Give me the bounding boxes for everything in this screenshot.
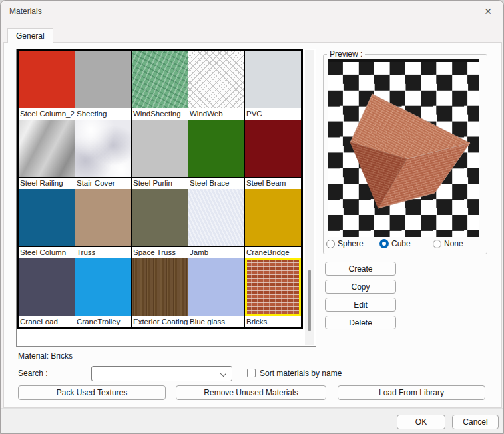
search-input[interactable] [95, 367, 214, 380]
material-name: CraneTrolley [75, 316, 131, 327]
material-cell[interactable]: Steel Column_2 [19, 51, 75, 120]
delete-button[interactable]: Delete [325, 316, 396, 329]
preview-groupbox: Preview : [323, 54, 487, 254]
material-cell[interactable]: Steel Brace [188, 120, 245, 189]
radio-label: Sphere [338, 239, 364, 248]
create-button[interactable]: Create [325, 262, 396, 276]
material-name: Blue glass [188, 316, 244, 327]
preview-cube-render [328, 59, 479, 237]
material-cell[interactable]: Space Truss [132, 189, 188, 258]
material-swatch [132, 189, 188, 246]
material-cell[interactable]: Steel Beam [245, 120, 302, 189]
edit-button[interactable]: Edit [325, 298, 396, 312]
material-swatch [19, 258, 75, 316]
materials-dialog: Materials ✕ General Steel Column_2Sheeti… [0, 0, 504, 434]
materials-scrollbar[interactable] [305, 50, 314, 345]
material-name: Steel Column [19, 246, 75, 258]
tab-general[interactable]: General [7, 28, 53, 43]
material-name: Jamb [188, 246, 244, 258]
scrollbar-thumb[interactable] [308, 270, 311, 331]
material-cell[interactable]: Steel Purlin [132, 120, 188, 189]
material-cell[interactable]: PVC [245, 51, 302, 120]
material-swatch [75, 258, 131, 316]
radio-label: None [444, 239, 463, 248]
material-swatch [188, 51, 244, 108]
material-swatch [19, 189, 75, 246]
material-swatch [245, 258, 301, 316]
radio-icon[interactable] [379, 239, 389, 248]
remove-unused-materials-button[interactable]: Remove Unused Materials [176, 385, 326, 400]
material-name: Steel Railing [19, 177, 75, 189]
material-swatch [132, 258, 188, 316]
tab-label: General [16, 31, 45, 41]
material-swatch [188, 189, 244, 246]
search-combobox[interactable] [91, 366, 232, 381]
material-cell[interactable]: Sheeting [75, 51, 132, 120]
material-cell[interactable]: Blue glass [188, 258, 245, 327]
material-cell[interactable]: Steel Column [19, 189, 75, 258]
material-swatch [75, 189, 131, 246]
material-swatch [19, 51, 75, 108]
radio-label: Cube [391, 239, 411, 248]
sort-checkbox[interactable] [247, 369, 256, 377]
footer-bar: OK Cancel [1, 408, 503, 434]
pack-used-textures-button[interactable]: Pack Used Textures [18, 385, 166, 400]
material-swatch [132, 51, 188, 108]
material-name: PVC [245, 108, 301, 120]
material-name: Truss [75, 246, 131, 258]
material-cell[interactable]: Steel Railing [19, 120, 75, 189]
radio-icon[interactable] [326, 240, 335, 248]
material-cell[interactable]: Stair Cover [75, 120, 132, 189]
search-label: Search : [18, 369, 48, 378]
tab-page-general: Steel Column_2SheetingWindSheetingWindWe… [3, 42, 502, 408]
sort-checkbox-label: Sort materials by name [260, 369, 342, 378]
material-swatch [132, 120, 188, 177]
material-name: WindSheeting [132, 108, 188, 120]
selected-material-label: Material: Bricks [18, 351, 73, 361]
material-name: CraneLoad [19, 316, 75, 327]
preview-mode-sphere[interactable]: Sphere [326, 239, 379, 248]
material-swatch [245, 120, 301, 177]
material-cell[interactable]: Truss [75, 189, 132, 258]
material-cell[interactable]: Bricks [245, 258, 302, 327]
titlebar: Materials ✕ [1, 1, 503, 22]
preview-mode-cube[interactable]: Cube [379, 239, 433, 248]
preview-label: Preview : [327, 49, 365, 59]
preview-canvas [328, 59, 479, 237]
material-swatch [75, 51, 131, 108]
material-cell[interactable]: CraneBridge [245, 189, 302, 258]
material-name: Exterior Coating [132, 316, 188, 327]
ok-button[interactable]: OK [397, 415, 445, 429]
material-name: Bricks [245, 316, 301, 327]
material-name: Space Truss [132, 246, 188, 258]
chevron-down-icon[interactable] [220, 370, 226, 377]
preview-mode-none[interactable]: None [433, 239, 486, 248]
material-cell[interactable]: WindWeb [188, 51, 245, 120]
material-name: Steel Column_2 [19, 108, 75, 120]
materials-list: Steel Column_2SheetingWindSheetingWindWe… [16, 49, 316, 347]
window-title: Materials [9, 7, 42, 16]
cancel-button[interactable]: Cancel [452, 415, 499, 429]
material-name: Stair Cover [75, 177, 131, 189]
material-name: WindWeb [188, 108, 244, 120]
materials-grid: Steel Column_2SheetingWindSheetingWindWe… [17, 49, 303, 329]
material-name: Sheeting [75, 108, 131, 120]
material-name: Steel Purlin [132, 177, 188, 189]
material-cell[interactable]: WindSheeting [132, 51, 188, 120]
material-swatch [245, 51, 301, 108]
radio-icon[interactable] [433, 240, 441, 248]
copy-button[interactable]: Copy [325, 280, 396, 294]
material-cell[interactable]: Exterior Coating [132, 258, 188, 327]
material-swatch [245, 189, 301, 246]
material-cell[interactable]: Jamb [188, 189, 245, 258]
material-name: CraneBridge [245, 246, 301, 258]
material-swatch [188, 258, 244, 316]
material-name: Steel Brace [188, 177, 244, 189]
close-icon[interactable]: ✕ [473, 1, 503, 22]
load-from-library-button[interactable]: Load From Library [338, 385, 485, 400]
material-cell[interactable]: CraneLoad [19, 258, 75, 327]
material-name: Steel Beam [245, 177, 301, 189]
material-cell[interactable]: CraneTrolley [75, 258, 132, 327]
material-swatch [19, 120, 75, 177]
preview-modes: SphereCubeNone [326, 239, 486, 248]
